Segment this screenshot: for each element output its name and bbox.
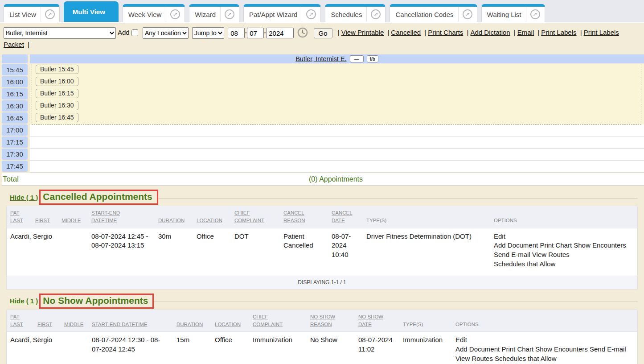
go-button[interactable]: Go <box>314 28 332 38</box>
tab-schedules[interactable]: Schedules <box>325 4 386 22</box>
table-row: Acardi, Sergio 08-07-2024 12:45 - 08-07-… <box>7 228 637 276</box>
time-label: 17:15 <box>2 136 28 148</box>
tab-week-view[interactable]: Week View <box>123 4 185 22</box>
open-in-new-window-icon[interactable] <box>463 9 472 19</box>
col-header-middle[interactable]: MIDDLE <box>61 310 88 332</box>
tab-cancellation-codes[interactable]: Cancellation Codes <box>390 4 477 22</box>
row-start-end: 08-07-2024 12:30 - 08-07-2024 12:45 <box>88 332 173 364</box>
slot-book-button[interactable]: Butler 15:45 <box>36 65 78 74</box>
tab-multi-view[interactable]: Multi View <box>64 1 119 22</box>
date-year-input[interactable] <box>266 28 294 38</box>
col-header-cancel-reason[interactable]: CANCEL REASON <box>280 206 328 228</box>
open-in-new-window-icon[interactable] <box>306 9 316 19</box>
col-header-start-end[interactable]: START-END DATETIME <box>88 206 155 228</box>
link-separator: | <box>465 29 471 36</box>
tab-waiting-list[interactable]: Waiting List <box>481 4 545 22</box>
col-header-middle[interactable]: MIDDLE <box>58 206 88 228</box>
print-charts-link[interactable]: Print Charts <box>428 29 463 36</box>
link-separator: | <box>536 29 541 36</box>
no-show-section-title: No Show Appointments <box>39 294 154 309</box>
table-row: Acardi, Sergio 08-07-2024 12:30 - 08-07-… <box>7 332 637 364</box>
schedule-slot-cell: Butler 16:15 <box>30 88 644 100</box>
col-header-no-show-date[interactable]: NO SHOW DATE <box>355 310 399 332</box>
slot-book-button[interactable]: Butler 16:30 <box>36 101 78 110</box>
col-header-first[interactable]: FIRST <box>34 310 61 332</box>
view-tabs-bar: List View Multi View Week View Wizard Pa… <box>0 0 644 23</box>
time-label: 17:00 <box>2 124 28 136</box>
add-checkbox[interactable] <box>131 29 138 36</box>
col-header-pat-last[interactable]: PAT LAST <box>7 310 34 332</box>
row-no-show-reason: No Show <box>307 332 355 364</box>
open-in-new-window-icon[interactable] <box>170 9 180 19</box>
date-month-input[interactable] <box>228 28 245 38</box>
tab-icon-wrap <box>302 7 320 22</box>
print-labels-link[interactable]: Print Labels <box>541 29 576 36</box>
tab-icon-wrap <box>220 7 238 22</box>
row-options[interactable]: Edit Add Document Print Chart Show Encou… <box>490 228 637 276</box>
table-header-row: PAT LAST FIRST MIDDLE START-END DATETIME… <box>7 310 637 332</box>
col-header-chief-complaint[interactable]: CHIEF COMPLAINT <box>249 310 307 332</box>
col-header-chief-complaint[interactable]: CHIEF COMPLAINT <box>231 206 280 228</box>
col-header-location[interactable]: LOCATION <box>211 310 249 332</box>
row-middle <box>58 228 88 276</box>
col-header-cancel-date[interactable]: CANCEL DATE <box>328 206 363 228</box>
schedule-slot-cell <box>30 149 644 161</box>
collapse-column-button[interactable]: — <box>350 55 364 62</box>
schedule-toolbar: Butler, Internist Add Any Location Jump … <box>0 23 644 53</box>
row-types: Immunization <box>399 332 452 364</box>
row-chief-complaint: DOT <box>231 228 280 276</box>
fb-toggle-button[interactable]: f/b <box>367 55 378 62</box>
cancelled-appointments-section: Hide ( 1 ) Cancelled Appointments PAT LA… <box>6 190 638 290</box>
slot-book-button[interactable]: Butler 16:45 <box>36 113 78 122</box>
tab-icon-wrap <box>526 7 544 22</box>
open-in-new-window-icon[interactable] <box>530 9 540 19</box>
tab-label: Multi View <box>73 8 110 16</box>
col-header-first[interactable]: FIRST <box>32 206 58 228</box>
hide-no-show-link[interactable]: Hide ( 1 ) <box>10 297 38 305</box>
add-label: Add <box>118 29 130 36</box>
hide-cancelled-link[interactable]: Hide ( 1 ) <box>10 194 38 201</box>
provider-header-link[interactable]: Butler, Internist E. <box>295 55 346 62</box>
link-separator: | <box>512 29 517 36</box>
tab-wizard[interactable]: Wizard <box>189 4 239 22</box>
col-header-duration[interactable]: DURATION <box>155 206 193 228</box>
provider-select[interactable]: Butler, Internist <box>4 27 116 39</box>
time-label: 17:30 <box>2 149 28 160</box>
col-header-no-show-reason[interactable]: NO SHOW REASON <box>307 310 355 332</box>
row-no-show-date: 08-07-2024 11:02 <box>355 332 399 364</box>
displaying-count: DISPLAYING 1-1 / 1 <box>7 276 637 289</box>
col-header-pat-last[interactable]: PAT LAST <box>7 206 32 228</box>
open-in-new-window-icon[interactable] <box>371 9 381 19</box>
open-in-new-window-icon[interactable] <box>225 9 234 19</box>
section-divider <box>154 302 638 302</box>
schedule-slot-cell: Butler 15:45 <box>30 64 644 76</box>
slot-book-button[interactable]: Butler 16:15 <box>36 89 78 98</box>
no-show-appointments-section: Hide ( 1 ) No Show Appointments PAT LAST… <box>6 294 638 364</box>
tab-pat-appt-wizard[interactable]: Pat/Appt Wizard <box>243 4 321 22</box>
tab-icon-wrap <box>366 7 384 22</box>
link-separator: | <box>336 29 341 36</box>
jump-to-select[interactable]: Jump to <box>192 27 224 39</box>
schedule-slot-cell: Butler 16:30 <box>30 100 644 112</box>
row-options[interactable]: Edit Add Document Print Chart Show Encou… <box>452 332 637 364</box>
date-day-input[interactable] <box>247 28 264 38</box>
row-pat-last: Acardi, Sergio <box>7 332 34 364</box>
open-in-new-window-icon[interactable] <box>45 9 55 19</box>
email-link[interactable]: Email <box>517 29 534 36</box>
view-printable-link[interactable]: View Printable <box>341 29 384 36</box>
add-dictation-link[interactable]: Add Dictation <box>470 29 510 36</box>
time-label: 16:45 <box>2 112 28 124</box>
col-header-duration[interactable]: DURATION <box>173 310 211 332</box>
schedule-slot-cell: Butler 16:00 <box>30 76 644 88</box>
col-header-location[interactable]: LOCATION <box>193 206 231 228</box>
clock-icon[interactable] <box>297 27 308 38</box>
time-label: 16:15 <box>2 88 28 99</box>
no-show-appointments-table: PAT LAST FIRST MIDDLE START-END DATETIME… <box>7 310 637 364</box>
cancelled-link[interactable]: Cancelled <box>391 29 421 36</box>
location-select[interactable]: Any Location <box>143 27 189 39</box>
slot-book-button[interactable]: Butler 16:00 <box>36 77 78 86</box>
col-header-start-end[interactable]: START-END DATETIME <box>88 310 173 332</box>
tab-list-view[interactable]: List View <box>4 4 60 22</box>
row-start-end: 08-07-2024 12:45 - 08-07-2024 13:15 <box>88 228 155 276</box>
time-label: 17:45 <box>2 161 28 172</box>
